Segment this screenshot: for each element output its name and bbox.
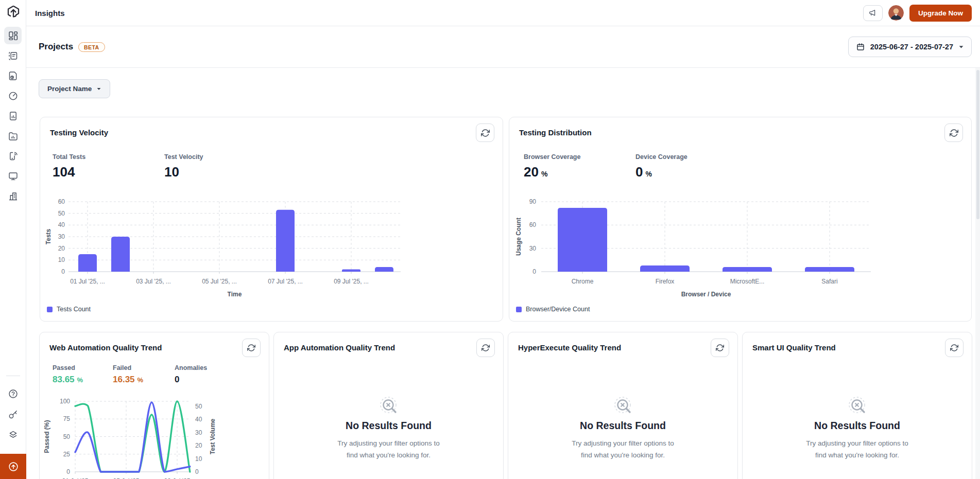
svg-text:Tests: Tests xyxy=(45,228,52,244)
topbar-actions: Upgrade Now xyxy=(863,5,972,22)
no-results-text: Try adjusting your filter options tofind… xyxy=(743,437,972,461)
card-title: Smart UI Quality Trend xyxy=(752,343,836,352)
svg-text:Chrome: Chrome xyxy=(572,278,594,285)
desktop-icon xyxy=(8,171,19,182)
svg-text:Firefox: Firefox xyxy=(656,278,675,285)
stat-device-coverage: Device Coverage 0% xyxy=(635,153,687,180)
projects-heading: Projects xyxy=(39,42,73,52)
chart-legend: Tests Count xyxy=(47,306,91,313)
web-automation-quality-card: Web Automation Quality Trend Passed 83.6… xyxy=(39,332,269,479)
refresh-icon xyxy=(716,344,724,352)
card-title: Web Automation Quality Trend xyxy=(49,343,162,352)
svg-text:60: 60 xyxy=(58,198,65,205)
svg-text:MicrosoftE...: MicrosoftE... xyxy=(730,278,765,285)
sidebar-item-test-files[interactable] xyxy=(4,67,22,84)
sidebar-item-organization[interactable] xyxy=(4,187,22,205)
projects-header: Projects BETA 2025-06-27 - 2025-07-27 xyxy=(26,26,980,68)
svg-text:Browser / Device: Browser / Device xyxy=(681,291,731,298)
svg-text:30: 30 xyxy=(529,245,537,252)
stat-failed: Failed 16.35% xyxy=(113,364,143,385)
card-title: HyperExecute Quality Trend xyxy=(518,343,621,352)
svg-text:09 Jul '25, ...: 09 Jul '25, ... xyxy=(334,278,369,285)
svg-text:10: 10 xyxy=(195,455,202,463)
app-automation-quality-card: App Automation Quality Trend No Results … xyxy=(273,332,504,479)
beta-badge: BETA xyxy=(78,42,105,52)
announcements-button[interactable] xyxy=(863,5,883,21)
test-file-icon xyxy=(8,70,19,81)
testing-velocity-chart: 010203040506001 Jul '25, ...03 Jul '25, … xyxy=(40,189,504,304)
refresh-button[interactable] xyxy=(476,123,494,142)
svg-text:30: 30 xyxy=(58,233,65,240)
card-title: Testing Velocity xyxy=(50,128,108,137)
refresh-button[interactable] xyxy=(945,339,964,357)
svg-text:0: 0 xyxy=(532,268,536,275)
refresh-button[interactable] xyxy=(711,339,729,357)
user-avatar[interactable] xyxy=(888,5,904,21)
svg-text:Passed (%): Passed (%) xyxy=(43,420,50,453)
sidebar-upgrade-button[interactable] xyxy=(0,454,26,479)
sidebar-item-help[interactable] xyxy=(4,385,22,402)
sidebar-item-reports[interactable] xyxy=(4,107,22,125)
svg-text:20: 20 xyxy=(195,442,202,449)
report-document-icon xyxy=(8,111,19,121)
main-content: Insights Upgrade Now xyxy=(26,0,980,479)
svg-text:20: 20 xyxy=(58,245,65,252)
sidebar-item-integrations[interactable] xyxy=(4,426,22,443)
sidebar-item-browser-testing[interactable] xyxy=(4,167,22,185)
svg-text:100: 100 xyxy=(60,398,70,405)
svg-text:90: 90 xyxy=(529,198,537,205)
svg-text:25: 25 xyxy=(63,451,71,458)
stat-test-velocity: Test Velocity 10 xyxy=(164,153,203,180)
no-results-title: No Results Found xyxy=(508,420,737,432)
sidebar-divider xyxy=(6,376,20,376)
stat-total-tests: Total Tests 104 xyxy=(53,153,85,180)
legend-swatch xyxy=(47,307,53,312)
sidebar-nav xyxy=(4,27,22,205)
help-icon xyxy=(8,388,19,399)
svg-text:10: 10 xyxy=(58,256,65,263)
svg-text:50: 50 xyxy=(63,433,71,440)
svg-text:60: 60 xyxy=(529,221,537,228)
hyperexecute-quality-card: HyperExecute Quality Trend No Results Fo… xyxy=(508,332,738,479)
mobile-signal-icon xyxy=(8,151,19,162)
refresh-button[interactable] xyxy=(476,339,495,357)
refresh-icon xyxy=(247,344,255,352)
refresh-button[interactable] xyxy=(242,339,261,357)
testing-distribution-card: Testing Distribution Browser Coverage 20… xyxy=(509,117,972,322)
lambdatest-logo[interactable] xyxy=(6,4,21,20)
refresh-icon xyxy=(482,344,490,352)
upgrade-now-button[interactable]: Upgrade Now xyxy=(909,5,972,22)
svg-text:Time: Time xyxy=(228,291,242,298)
scrollbar-thumb[interactable] xyxy=(976,70,979,219)
sidebar-item-access-keys[interactable] xyxy=(4,405,22,423)
date-range-picker[interactable]: 2025-06-27 - 2025-07-27 xyxy=(848,37,972,57)
card-title: App Automation Quality Trend xyxy=(284,343,395,352)
svg-text:0: 0 xyxy=(66,468,70,475)
brand-logo-icon xyxy=(6,5,21,19)
layers-icon xyxy=(8,430,19,440)
sidebar-item-test-plans[interactable] xyxy=(4,47,22,64)
topbar: Insights Upgrade Now xyxy=(26,0,980,26)
stat-passed: Passed 83.65% xyxy=(53,364,83,385)
no-results-title: No Results Found xyxy=(274,420,503,432)
testing-velocity-card: Testing Velocity Total Tests 104 Test Ve… xyxy=(40,117,503,322)
svg-text:Safari: Safari xyxy=(821,278,837,285)
svg-text:05 Jul '25, ...: 05 Jul '25, ... xyxy=(202,278,237,285)
dashboard-icon xyxy=(8,30,19,41)
sidebar-item-speed[interactable] xyxy=(4,87,22,104)
sidebar-bottom-nav xyxy=(4,385,22,443)
svg-text:50: 50 xyxy=(195,403,202,410)
sidebar-item-real-device[interactable] xyxy=(4,147,22,165)
refresh-icon xyxy=(950,129,958,137)
svg-text:Usage Count: Usage Count xyxy=(515,218,522,256)
sidebar-item-analytics[interactable] xyxy=(4,127,22,145)
page-title: Insights xyxy=(35,9,65,17)
no-results-icon xyxy=(508,395,737,418)
no-results-icon xyxy=(274,395,503,418)
upgrade-arrow-icon xyxy=(8,461,19,472)
no-results-text: Try adjusting your filter options tofind… xyxy=(508,437,737,461)
refresh-button[interactable] xyxy=(944,123,963,142)
sidebar-item-dashboard[interactable] xyxy=(4,27,22,44)
project-name-filter[interactable]: Project Name xyxy=(39,79,110,98)
web-automation-trend-chart: 02550751000102030405001 Jul '2505 Jul '2… xyxy=(40,397,270,479)
